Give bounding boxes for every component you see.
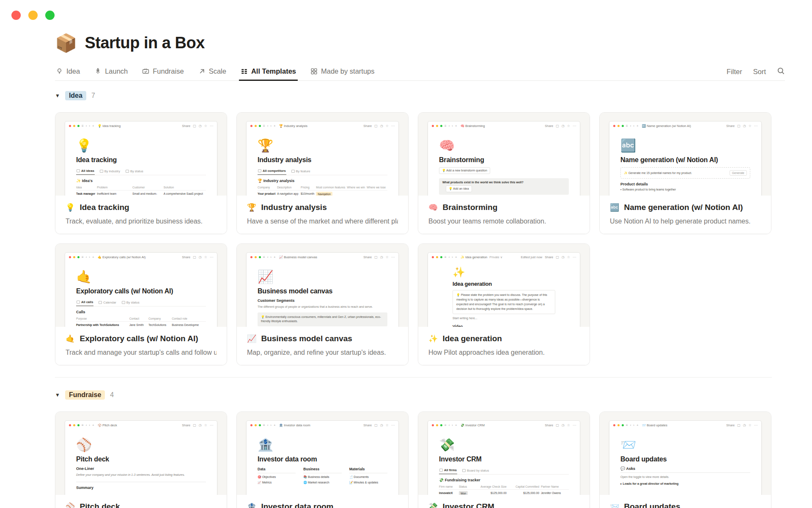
forward-icon: › bbox=[89, 255, 90, 259]
template-card[interactable]: ≡ ‹ › + 🔤 Name generation (w/ Notion AI)… bbox=[599, 112, 771, 234]
new-tab-icon: + bbox=[92, 124, 94, 128]
mini-close-icon bbox=[250, 424, 252, 426]
tab-launch[interactable]: Launch bbox=[93, 63, 129, 80]
zoom-button[interactable] bbox=[45, 11, 55, 20]
more-icon: ⋯ bbox=[754, 423, 757, 427]
mini-window-body: ✨ Idea generation 💡 Please state the pro… bbox=[428, 267, 580, 327]
template-card[interactable]: ≡ ‹ › + 🧠 Brainstorming Share ▢ ◷ ☆ ⋯ bbox=[418, 112, 590, 234]
preview-heading: 💬 Asks bbox=[620, 467, 750, 473]
preview-table-row: Partnership with TechSolutionsJane Smith… bbox=[76, 322, 206, 327]
preview-emoji-icon: 🧠 bbox=[439, 139, 569, 152]
preview-column-header: Description bbox=[277, 185, 301, 190]
preview-emoji-icon: 🤙 bbox=[76, 271, 206, 283]
preview-page-title: Business model canvas bbox=[258, 287, 387, 295]
template-card[interactable]: ≡ ‹ › + 🤙 Exploratory calls (w/ Notion A… bbox=[55, 243, 227, 365]
template-card[interactable]: ≡ ‹ › + 📨 Board updates Share ▢ ◷ ☆ ⋯ bbox=[599, 411, 771, 508]
forward-icon: › bbox=[270, 124, 272, 128]
mini-privacy-label: Private ∨ bbox=[489, 255, 502, 259]
preview-tab: By status bbox=[125, 168, 144, 175]
mini-window-title: 🧠 Brainstorming bbox=[461, 124, 485, 128]
filter-button[interactable]: Filter bbox=[727, 68, 742, 76]
preview-blocks: Data🎯 Objectives📈 MetricsBusiness📚 Busin… bbox=[258, 467, 387, 484]
preview-cell: $10/month bbox=[301, 190, 316, 196]
star-icon: ☆ bbox=[386, 124, 389, 128]
preview-cell: TechSolutions bbox=[148, 322, 172, 327]
star-icon: ☆ bbox=[386, 255, 389, 259]
preview-blocks: 💡 Please state the problem you want to d… bbox=[453, 290, 555, 327]
section-badge[interactable]: Fundraise bbox=[65, 390, 105, 400]
card-title-row: 🤙 Exploratory calls (w/ Notion AI) bbox=[66, 334, 217, 343]
more-icon: ⋯ bbox=[573, 423, 576, 427]
card-emoji-icon: 📈 bbox=[247, 334, 256, 343]
template-card[interactable]: ≡ ‹ › + ✨ Idea generation Private ∨ Edit… bbox=[418, 243, 590, 365]
tab-all-templates[interactable]: All Templates bbox=[240, 63, 297, 80]
mini-window-body: 🏦 Investor data room Data🎯 Objectives📈 M… bbox=[247, 439, 398, 484]
preview-bullet: Software product to bring teams together bbox=[620, 188, 750, 191]
preview-blocks: 💡 Add a new brainstorm questionWhat prod… bbox=[439, 164, 569, 195]
new-tab-icon: + bbox=[636, 423, 639, 427]
package-emoji-icon: 📦 bbox=[55, 34, 77, 52]
preview-column-header: Company bbox=[148, 316, 172, 322]
close-button[interactable] bbox=[11, 11, 21, 20]
sort-button[interactable]: Sort bbox=[753, 68, 766, 76]
preview-callout: 💡 Please state the problem you want to d… bbox=[453, 290, 555, 314]
card-emoji-icon: 💡 bbox=[66, 203, 75, 212]
tab-idea[interactable]: Idea bbox=[55, 63, 81, 80]
preview-heading: 🏆 Industry analysis bbox=[258, 179, 387, 183]
card-title-row: ✨ Idea generation bbox=[428, 334, 579, 343]
preview-column-header: Most common features bbox=[316, 185, 347, 190]
template-card[interactable]: ≡ ‹ › + 💡 Idea tracking Share ▢ ◷ ☆ ⋯ bbox=[55, 112, 227, 234]
preview-cell: Business Developme bbox=[172, 322, 206, 327]
forward-icon: › bbox=[270, 423, 272, 427]
card-description: Have a sense of the market and where dif… bbox=[247, 218, 398, 225]
card-footer: 💸 Investor CRM bbox=[418, 495, 590, 508]
mini-close-icon bbox=[613, 424, 615, 426]
template-card[interactable]: ≡ ‹ › + 🏆 Industry analysis Share ▢ ◷ ☆ … bbox=[236, 112, 409, 234]
preview-table-row: InnovateXWon$125,000.00$125,000.00Jennif… bbox=[439, 490, 569, 495]
tab-made-by-startups[interactable]: Made by startups bbox=[310, 63, 376, 80]
preview-blocks: One-LinerDefine your company and your mi… bbox=[76, 467, 206, 490]
section-badge[interactable]: Idea bbox=[65, 91, 86, 100]
preview-text: Open the toggle to view more details. bbox=[620, 475, 750, 480]
menu-icon: ≡ bbox=[263, 255, 265, 259]
mini-window: ≡ ‹ › + 🧠 Brainstorming Share ▢ ◷ ☆ ⋯ bbox=[428, 121, 580, 196]
edited-label: Edited just now bbox=[521, 255, 542, 259]
card-emoji-icon: ✨ bbox=[428, 334, 438, 343]
mini-zoom-icon bbox=[440, 424, 442, 426]
preview-cell: InnovateX bbox=[439, 490, 459, 495]
section-toggle-icon[interactable]: ▼ bbox=[55, 392, 60, 398]
preview-table: PurposeContactCompanyContact rolePartner… bbox=[76, 316, 206, 327]
comment-icon: ▢ bbox=[374, 255, 378, 259]
back-icon: ‹ bbox=[267, 255, 269, 259]
mini-window-actions: Edited just now Share ▢ ◷ ☆ ⋯ bbox=[521, 255, 576, 259]
card-preview: ≡ ‹ › + 🏦 Investor data room Share ▢ ◷ ☆… bbox=[237, 412, 408, 495]
comment-icon: ▢ bbox=[193, 255, 196, 259]
section-toggle-icon[interactable]: ▼ bbox=[55, 93, 60, 99]
preview-emoji-icon: ✨ bbox=[453, 267, 555, 277]
updates-icon: ◷ bbox=[380, 255, 383, 259]
preview-text: Start writing here... bbox=[453, 316, 555, 321]
mini-window-actions: Share ▢ ◷ ☆ ⋯ bbox=[179, 423, 213, 427]
template-card[interactable]: ≡ ‹ › + 🏦 Investor data room Share ▢ ◷ ☆… bbox=[236, 411, 409, 508]
back-icon: ‹ bbox=[267, 423, 269, 427]
new-tab-icon: + bbox=[274, 423, 276, 427]
minimize-button[interactable] bbox=[28, 11, 38, 20]
template-card[interactable]: ≡ ‹ › + 💸 Investor CRM Share ▢ ◷ ☆ ⋯ bbox=[418, 411, 590, 508]
tab-scale[interactable]: All Templates Scale bbox=[198, 63, 227, 80]
template-card[interactable]: ≡ ‹ › + 📈 Business model canvas Share ▢ … bbox=[236, 243, 409, 365]
arrow-up-right-icon bbox=[198, 68, 206, 75]
comment-icon: ▢ bbox=[193, 423, 196, 427]
mini-zoom-icon bbox=[259, 424, 261, 426]
template-card[interactable]: ≡ ‹ › + ⚾ Pitch deck Share ▢ ◷ ☆ ⋯ bbox=[55, 411, 227, 508]
card-title-row: 📈 Business model canvas bbox=[247, 334, 398, 343]
back-icon: ‹ bbox=[449, 124, 450, 128]
preview-tab: All calls bbox=[76, 299, 93, 306]
preview-cell bbox=[347, 190, 367, 196]
search-icon[interactable] bbox=[777, 67, 785, 77]
share-label: Share bbox=[545, 423, 553, 427]
tab-fundraise[interactable]: Fundraise bbox=[141, 63, 184, 80]
card-footer: 🏆 Industry analysis Have a sense of the … bbox=[237, 196, 408, 234]
mini-window-title: 🏦 Investor data room bbox=[279, 423, 310, 427]
preview-table-row: Task managerInefficient team collaborati… bbox=[76, 190, 206, 196]
preview-column-header: Customer bbox=[132, 185, 164, 190]
